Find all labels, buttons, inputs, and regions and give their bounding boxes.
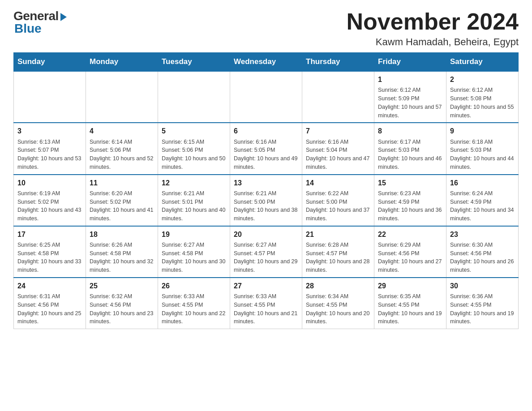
weekday-header-sunday: Sunday xyxy=(14,53,86,72)
calendar-cell: 19Sunrise: 6:27 AMSunset: 4:58 PMDayligh… xyxy=(158,226,230,278)
calendar-week-2: 3Sunrise: 6:13 AMSunset: 5:07 PMDaylight… xyxy=(14,123,519,174)
day-info: Sunrise: 6:12 AMSunset: 5:09 PMDaylight:… xyxy=(378,86,442,120)
day-number: 14 xyxy=(306,178,370,188)
day-info: Sunrise: 6:12 AMSunset: 5:08 PMDaylight:… xyxy=(450,86,515,120)
logo-blue-text: Blue xyxy=(14,21,42,36)
day-info: Sunrise: 6:19 AMSunset: 5:02 PMDaylight:… xyxy=(17,189,82,223)
calendar-cell: 15Sunrise: 6:23 AMSunset: 4:59 PMDayligh… xyxy=(374,175,446,226)
day-number: 2 xyxy=(450,74,515,85)
title-block: November 2024 Kawm Hamadah, Beheira, Egy… xyxy=(347,9,519,48)
day-info: Sunrise: 6:26 AMSunset: 4:58 PMDaylight:… xyxy=(90,241,154,274)
day-info: Sunrise: 6:28 AMSunset: 4:57 PMDaylight:… xyxy=(306,241,370,274)
weekday-header-friday: Friday xyxy=(374,53,446,72)
calendar-cell xyxy=(230,71,302,123)
day-number: 23 xyxy=(450,229,515,240)
day-info: Sunrise: 6:22 AMSunset: 5:00 PMDaylight:… xyxy=(306,189,370,223)
weekday-header-wednesday: Wednesday xyxy=(230,53,302,72)
day-info: Sunrise: 6:32 AMSunset: 4:56 PMDaylight:… xyxy=(90,292,154,326)
day-number: 5 xyxy=(162,126,226,136)
day-number: 3 xyxy=(17,126,82,136)
calendar-cell: 30Sunrise: 6:36 AMSunset: 4:55 PMDayligh… xyxy=(446,278,519,329)
day-number: 18 xyxy=(90,229,154,240)
day-number: 20 xyxy=(234,229,298,240)
logo-arrow-icon xyxy=(60,13,67,21)
calendar-cell: 21Sunrise: 6:28 AMSunset: 4:57 PMDayligh… xyxy=(302,226,374,278)
day-info: Sunrise: 6:21 AMSunset: 5:01 PMDaylight:… xyxy=(162,189,226,223)
day-number: 24 xyxy=(17,281,82,291)
day-info: Sunrise: 6:21 AMSunset: 5:00 PMDaylight:… xyxy=(234,189,298,223)
day-info: Sunrise: 6:29 AMSunset: 4:56 PMDaylight:… xyxy=(378,241,442,274)
calendar-week-1: 1Sunrise: 6:12 AMSunset: 5:09 PMDaylight… xyxy=(14,71,519,123)
calendar-cell: 2Sunrise: 6:12 AMSunset: 5:08 PMDaylight… xyxy=(446,71,519,123)
day-number: 13 xyxy=(234,178,298,188)
day-info: Sunrise: 6:20 AMSunset: 5:02 PMDaylight:… xyxy=(90,189,154,223)
day-info: Sunrise: 6:17 AMSunset: 5:03 PMDaylight:… xyxy=(378,138,442,171)
calendar-cell: 4Sunrise: 6:14 AMSunset: 5:06 PMDaylight… xyxy=(86,123,158,174)
calendar-cell: 16Sunrise: 6:24 AMSunset: 4:59 PMDayligh… xyxy=(446,175,519,226)
day-info: Sunrise: 6:33 AMSunset: 4:55 PMDaylight:… xyxy=(162,292,226,326)
calendar-cell: 23Sunrise: 6:30 AMSunset: 4:56 PMDayligh… xyxy=(446,226,519,278)
calendar-cell xyxy=(14,71,86,123)
calendar-week-5: 24Sunrise: 6:31 AMSunset: 4:56 PMDayligh… xyxy=(14,278,519,329)
calendar-cell: 7Sunrise: 6:16 AMSunset: 5:04 PMDaylight… xyxy=(302,123,374,174)
day-number: 25 xyxy=(90,281,154,291)
calendar-cell: 6Sunrise: 6:16 AMSunset: 5:05 PMDaylight… xyxy=(230,123,302,174)
calendar-table: SundayMondayTuesdayWednesdayThursdayFrid… xyxy=(13,52,519,329)
day-info: Sunrise: 6:14 AMSunset: 5:06 PMDaylight:… xyxy=(90,138,154,171)
day-info: Sunrise: 6:15 AMSunset: 5:06 PMDaylight:… xyxy=(162,138,226,171)
day-number: 16 xyxy=(450,178,515,188)
day-number: 28 xyxy=(306,281,370,291)
day-number: 30 xyxy=(450,281,515,291)
day-number: 11 xyxy=(90,178,154,188)
calendar-cell: 3Sunrise: 6:13 AMSunset: 5:07 PMDaylight… xyxy=(14,123,86,174)
day-number: 12 xyxy=(162,178,226,188)
day-info: Sunrise: 6:23 AMSunset: 4:59 PMDaylight:… xyxy=(378,189,442,223)
weekday-header-row: SundayMondayTuesdayWednesdayThursdayFrid… xyxy=(14,53,519,72)
location-title: Kawm Hamadah, Beheira, Egypt xyxy=(347,36,519,48)
day-info: Sunrise: 6:30 AMSunset: 4:56 PMDaylight:… xyxy=(450,241,515,274)
day-number: 6 xyxy=(234,126,298,136)
weekday-header-saturday: Saturday xyxy=(446,53,519,72)
calendar-cell xyxy=(158,71,230,123)
calendar-cell: 11Sunrise: 6:20 AMSunset: 5:02 PMDayligh… xyxy=(86,175,158,226)
calendar-cell: 10Sunrise: 6:19 AMSunset: 5:02 PMDayligh… xyxy=(14,175,86,226)
day-info: Sunrise: 6:35 AMSunset: 4:55 PMDaylight:… xyxy=(378,292,442,326)
day-number: 10 xyxy=(17,178,82,188)
calendar-cell: 22Sunrise: 6:29 AMSunset: 4:56 PMDayligh… xyxy=(374,226,446,278)
day-number: 7 xyxy=(306,126,370,136)
calendar-cell: 17Sunrise: 6:25 AMSunset: 4:58 PMDayligh… xyxy=(14,226,86,278)
day-info: Sunrise: 6:18 AMSunset: 5:03 PMDaylight:… xyxy=(450,138,515,171)
calendar-cell: 28Sunrise: 6:34 AMSunset: 4:55 PMDayligh… xyxy=(302,278,374,329)
day-info: Sunrise: 6:16 AMSunset: 5:05 PMDaylight:… xyxy=(234,138,298,171)
day-info: Sunrise: 6:25 AMSunset: 4:58 PMDaylight:… xyxy=(17,241,82,274)
calendar-cell xyxy=(302,71,374,123)
calendar-cell: 20Sunrise: 6:27 AMSunset: 4:57 PMDayligh… xyxy=(230,226,302,278)
logo: General Blue xyxy=(13,9,67,36)
calendar-cell: 18Sunrise: 6:26 AMSunset: 4:58 PMDayligh… xyxy=(86,226,158,278)
calendar-cell: 24Sunrise: 6:31 AMSunset: 4:56 PMDayligh… xyxy=(14,278,86,329)
day-number: 15 xyxy=(378,178,442,188)
calendar-cell: 27Sunrise: 6:33 AMSunset: 4:55 PMDayligh… xyxy=(230,278,302,329)
weekday-header-monday: Monday xyxy=(86,53,158,72)
calendar-cell: 26Sunrise: 6:33 AMSunset: 4:55 PMDayligh… xyxy=(158,278,230,329)
day-number: 8 xyxy=(378,126,442,136)
day-number: 9 xyxy=(450,126,515,136)
day-info: Sunrise: 6:24 AMSunset: 4:59 PMDaylight:… xyxy=(450,189,515,223)
day-number: 17 xyxy=(17,229,82,240)
page-header: General Blue November 2024 Kawm Hamadah,… xyxy=(13,9,519,48)
calendar-cell: 12Sunrise: 6:21 AMSunset: 5:01 PMDayligh… xyxy=(158,175,230,226)
weekday-header-thursday: Thursday xyxy=(302,53,374,72)
day-number: 26 xyxy=(162,281,226,291)
day-info: Sunrise: 6:36 AMSunset: 4:55 PMDaylight:… xyxy=(450,292,515,326)
day-info: Sunrise: 6:13 AMSunset: 5:07 PMDaylight:… xyxy=(17,138,82,171)
month-title: November 2024 xyxy=(347,9,519,34)
day-number: 27 xyxy=(234,281,298,291)
day-info: Sunrise: 6:27 AMSunset: 4:58 PMDaylight:… xyxy=(162,241,226,274)
calendar-cell: 1Sunrise: 6:12 AMSunset: 5:09 PMDaylight… xyxy=(374,71,446,123)
day-info: Sunrise: 6:34 AMSunset: 4:55 PMDaylight:… xyxy=(306,292,370,326)
day-number: 21 xyxy=(306,229,370,240)
calendar-cell: 13Sunrise: 6:21 AMSunset: 5:00 PMDayligh… xyxy=(230,175,302,226)
day-info: Sunrise: 6:27 AMSunset: 4:57 PMDaylight:… xyxy=(234,241,298,274)
calendar-cell: 8Sunrise: 6:17 AMSunset: 5:03 PMDaylight… xyxy=(374,123,446,174)
day-number: 22 xyxy=(378,229,442,240)
